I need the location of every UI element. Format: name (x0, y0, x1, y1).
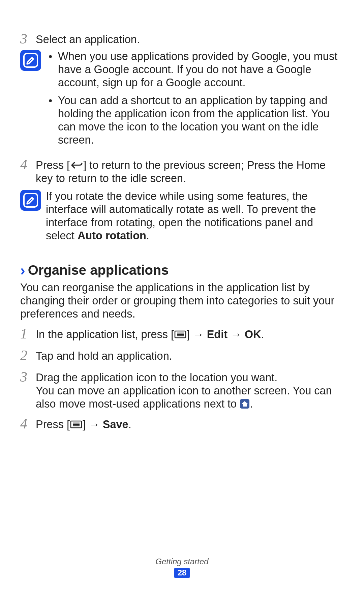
text-fragment: . (146, 230, 149, 242)
note-icon (20, 190, 41, 211)
text-fragment: Press [ (36, 159, 70, 171)
text-bold: OK (245, 328, 261, 340)
step-number: 4 (20, 157, 36, 172)
organise-step-2: 2 Tap and hold an application. (20, 350, 344, 364)
text-fragment: In the application list, press [ (36, 328, 174, 340)
note-block-1: When you use applications provided by Go… (20, 50, 344, 151)
text-fragment: ] → (83, 418, 103, 430)
step-text: In the application list, press [] → Edit… (36, 328, 344, 341)
step-text: Select an application. (36, 33, 344, 46)
organise-steps: 1 In the application list, press [] → Ed… (20, 328, 344, 432)
step-number: 4 (20, 417, 36, 431)
text-bold: Edit (207, 328, 228, 340)
note-bullets: When you use applications provided by Go… (46, 50, 344, 147)
section-heading: › Organise applications (20, 263, 344, 278)
note-body: If you rotate the device while using som… (46, 190, 344, 242)
chevron-icon: › (20, 263, 25, 278)
back-key-icon (70, 160, 83, 170)
step-text: Drag the application icon to the locatio… (36, 371, 344, 411)
step-text: Press [] to return to the previous scree… (36, 159, 344, 185)
page-number-badge: 28 (174, 568, 190, 578)
step-number: 3 (20, 32, 36, 46)
step-text: Tap and hold an application. (36, 350, 344, 363)
menu-key-icon (70, 420, 83, 429)
text-fragment: You can move an application icon to anot… (36, 385, 332, 410)
text-line: Drag the application icon to the locatio… (36, 371, 344, 384)
organise-step-1: 1 In the application list, press [] → Ed… (20, 328, 344, 342)
note-block-2: If you rotate the device while using som… (20, 190, 344, 242)
note-bullet: You can add a shortcut to an application… (49, 94, 344, 147)
text-fragment: → (228, 328, 245, 340)
manual-page: 3 Select an application. When you use ap… (0, 0, 364, 432)
step-text: Press [] → Save. (36, 418, 344, 431)
home-app-icon (240, 399, 250, 409)
footer-section-label: Getting started (0, 557, 364, 566)
section-intro: You can reorganise the applications in t… (20, 281, 344, 321)
text-fragment: ] → (187, 328, 207, 340)
organise-step-3: 3 Drag the application icon to the locat… (20, 371, 344, 411)
text-bold: Save (103, 418, 128, 430)
text-line: You can move an application icon to anot… (36, 384, 344, 411)
step-number: 3 (20, 370, 36, 384)
page-footer: Getting started 28 (0, 557, 364, 578)
text-fragment: . (128, 418, 131, 430)
step-number: 1 (20, 327, 36, 341)
step-3: 3 Select an application. (20, 33, 344, 47)
text-fragment: . (261, 328, 264, 340)
svg-rect-0 (24, 54, 37, 67)
step-number: 2 (20, 348, 36, 362)
menu-key-icon (174, 330, 187, 339)
note-bullet: When you use applications provided by Go… (49, 50, 344, 89)
note-icon (20, 50, 41, 71)
text-bold: Auto rotation (78, 230, 146, 242)
text-fragment: Press [ (36, 418, 70, 430)
section-title: Organise applications (28, 263, 169, 278)
organise-step-4: 4 Press [] → Save. (20, 418, 344, 432)
note-body: When you use applications provided by Go… (46, 50, 344, 151)
svg-rect-1 (24, 193, 37, 207)
text-fragment: . (250, 398, 253, 410)
step-4: 4 Press [] to return to the previous scr… (20, 159, 344, 185)
